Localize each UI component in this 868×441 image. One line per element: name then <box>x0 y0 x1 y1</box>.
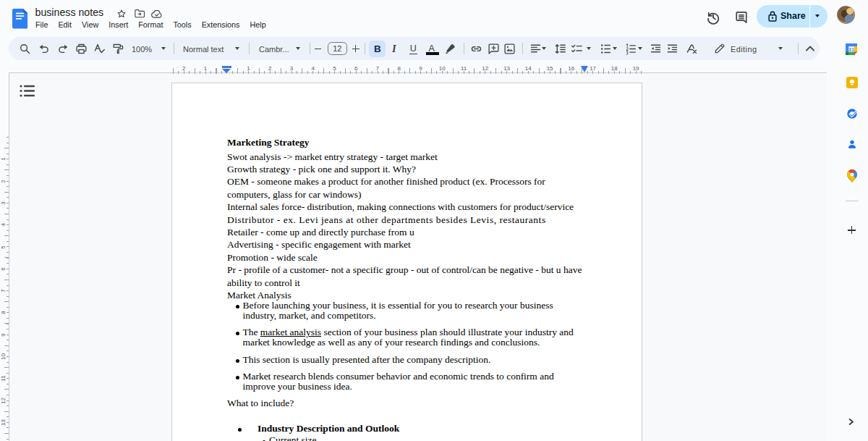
svg-text:31: 31 <box>848 47 854 52</box>
